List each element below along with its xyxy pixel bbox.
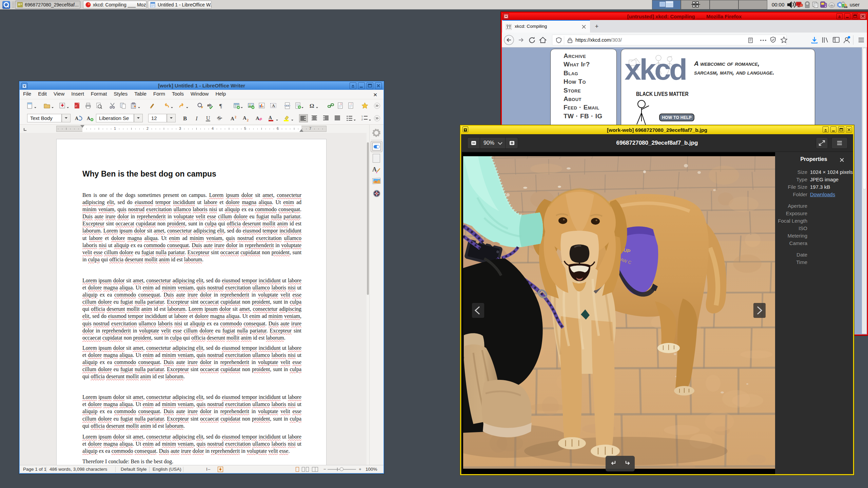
svg-text:xkcd: xkcd [625, 54, 686, 86]
svg-text:Ω: Ω [310, 103, 314, 109]
svg-text:A: A [372, 166, 377, 173]
svg-text:A: A [231, 116, 234, 121]
svg-text:2: 2 [235, 115, 236, 119]
svg-text:A: A [272, 103, 275, 108]
svg-text:B: B [183, 115, 187, 122]
svg-text:A: A [243, 115, 246, 121]
svg-text:A: A [269, 115, 272, 120]
svg-text:ab: ab [207, 103, 212, 107]
svg-text:U: U [206, 115, 210, 121]
svg-text:¶: ¶ [219, 103, 222, 109]
svg-text:A: A [87, 116, 91, 121]
svg-text:1: 1 [361, 115, 363, 118]
svg-text:A: A [256, 116, 259, 121]
svg-text:A: A [75, 116, 79, 121]
svg-text:2: 2 [247, 118, 249, 122]
svg-text:P: P [75, 105, 77, 108]
svg-text:2: 2 [361, 118, 363, 121]
svg-text:I: I [195, 115, 198, 122]
svg-text:1: 1 [340, 103, 342, 105]
